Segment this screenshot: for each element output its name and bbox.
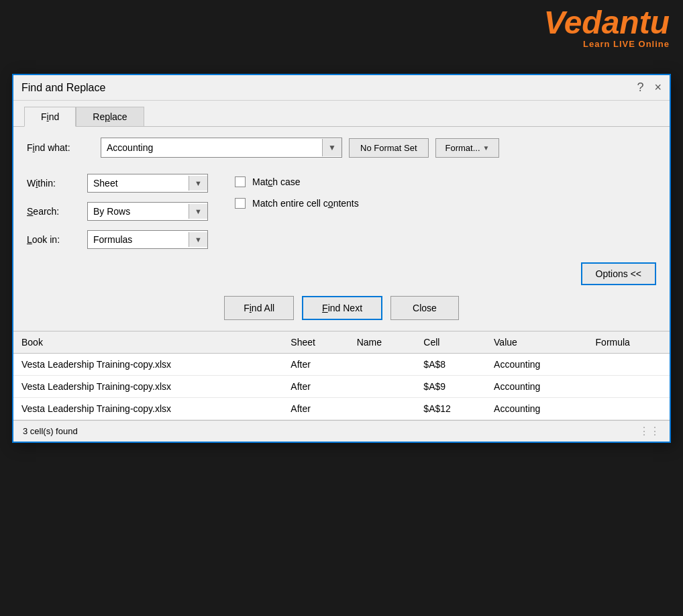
result-book: Vesta Leadership Training-copy.xlsx [13,376,282,398]
find-all-label: Find All [244,303,274,313]
result-cell: $A$12 [415,398,486,420]
match-case-label: Match case [252,176,301,187]
tab-replace[interactable]: Replace [76,107,144,127]
options-btn-row: Options << [27,262,656,285]
find-next-label: Find Next [322,303,362,313]
look-in-label: Look in: [27,234,81,245]
within-dropdown-icon: ▼ [189,176,207,191]
search-row: Search: By Rows By Columns ▼ [27,202,208,221]
col-cell: Cell [415,331,486,354]
table-row[interactable]: Vesta Leadership Training-copy.xlsx Afte… [13,376,670,398]
vedantu-logo: Vedantu Learn LIVE Online [543,7,670,49]
no-format-button[interactable]: No Format Set [349,138,429,158]
search-label: Search: [27,206,81,217]
find-all-button[interactable]: Find All [224,296,294,320]
search-dropdown-icon: ▼ [189,204,207,219]
options-button[interactable]: Options << [581,262,657,285]
result-formula [588,376,670,398]
results-table: Book Sheet Name Cell Value Formula Vesta… [13,331,670,420]
within-select[interactable]: Sheet Workbook [88,174,189,192]
dialog-title: Find and Replace [21,82,105,94]
status-bar: 3 cell(s) found ⋮⋮ [13,420,670,442]
match-entire-checkbox[interactable] [235,198,246,209]
close-button[interactable]: Close [390,296,459,320]
look-in-dropdown-icon: ▼ [189,232,207,247]
col-value: Value [486,331,588,354]
action-buttons: Find All Find Next Close [27,296,656,320]
search-select-wrapper: By Rows By Columns ▼ [87,202,208,221]
tab-find[interactable]: Find [24,107,76,127]
match-entire-label: Match entire cell contents [252,198,359,209]
format-button[interactable]: Format... ▼ [435,138,500,158]
within-select-wrapper: Sheet Workbook ▼ [87,174,208,193]
search-select[interactable]: By Rows By Columns [88,203,189,220]
result-name [349,354,416,376]
look-in-select-wrapper: Formulas Values Comments ▼ [87,230,208,249]
col-sheet: Sheet [282,331,348,354]
results-header-row: Book Sheet Name Cell Value Formula [13,331,670,354]
result-cell: $A$9 [415,376,486,398]
format-button-label: Format... [445,143,480,153]
within-row: Within: Sheet Workbook ▼ [27,174,208,193]
result-sheet: After [282,376,348,398]
find-what-input[interactable] [101,138,322,157]
title-bar-controls: ? × [637,81,662,95]
result-sheet: After [282,354,348,376]
match-entire-row: Match entire cell contents [235,198,359,209]
tab-replace-label: Replace [93,111,127,122]
logo-tagline: Learn LIVE Online [543,39,670,49]
results-section: Book Sheet Name Cell Value Formula Vesta… [13,331,670,420]
within-label: Within: [27,178,81,189]
look-in-select[interactable]: Formulas Values Comments [88,231,189,248]
format-dropdown-arrow: ▼ [483,144,490,152]
resize-grip[interactable]: ⋮⋮ [639,425,660,438]
options-section: Within: Sheet Workbook ▼ Search: By Rows [27,174,656,249]
title-bar: Find and Replace ? × [13,75,670,101]
close-icon[interactable]: × [654,81,662,95]
result-value: Accounting [486,376,588,398]
result-name [349,398,416,420]
table-row[interactable]: Vesta Leadership Training-copy.xlsx Afte… [13,398,670,420]
options-right: Match case Match entire cell contents [235,174,359,249]
options-left: Within: Sheet Workbook ▼ Search: By Rows [27,174,208,249]
find-replace-dialog: Find and Replace ? × Find Replace Find w… [12,74,671,443]
logo-v-text: Vedantu [543,7,670,39]
find-input-wrapper: ▼ [101,138,342,158]
col-book: Book [13,331,282,354]
find-what-label: Find what: [27,142,94,153]
find-what-row: Find what: ▼ No Format Set Format... ▼ [27,138,656,158]
result-value: Accounting [486,398,588,420]
find-dropdown-button[interactable]: ▼ [322,139,342,156]
result-value: Accounting [486,354,588,376]
result-cell: $A$8 [415,354,486,376]
col-name: Name [349,331,416,354]
table-row[interactable]: Vesta Leadership Training-copy.xlsx Afte… [13,354,670,376]
tab-find-label: Find [41,111,59,122]
result-formula [588,398,670,420]
result-book: Vesta Leadership Training-copy.xlsx [13,398,282,420]
status-text: 3 cell(s) found [23,426,78,436]
result-sheet: After [282,398,348,420]
match-case-row: Match case [235,176,359,187]
dialog-body: Find what: ▼ No Format Set Format... ▼ W… [13,126,670,331]
col-formula: Formula [588,331,670,354]
tabs: Find Replace [13,101,670,126]
result-book: Vesta Leadership Training-copy.xlsx [13,354,282,376]
help-icon[interactable]: ? [637,81,643,95]
find-next-button[interactable]: Find Next [302,296,382,320]
look-in-row: Look in: Formulas Values Comments ▼ [27,230,208,249]
result-name [349,376,416,398]
match-case-checkbox[interactable] [235,176,246,187]
result-formula [588,354,670,376]
